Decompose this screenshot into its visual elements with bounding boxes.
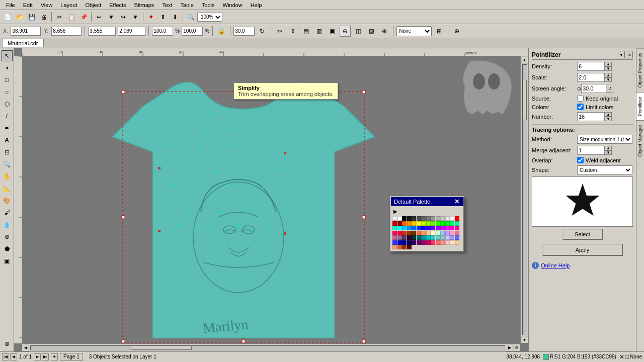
density-down[interactable]: ▼ [605,66,612,71]
color-cell[interactable] [412,226,416,230]
width-input[interactable] [88,27,116,36]
weld-adjacent-checkbox[interactable] [577,157,584,163]
transform5-button[interactable]: ◫ [353,26,364,37]
online-help-link[interactable]: Online Help [541,262,570,268]
prev-page-button[interactable]: ◀ [10,353,17,360]
transform6-button[interactable]: ▨ [366,26,377,37]
color-cell[interactable] [445,221,450,226]
add-tool-button[interactable]: ⊕ [2,338,13,349]
cut-button[interactable]: ✂ [54,12,65,23]
measure-tool[interactable]: 📐 [2,183,13,194]
transform1-button[interactable]: ▤ [300,26,311,37]
zoom-select[interactable]: 100% [197,13,222,22]
screen-angle-reset[interactable]: ↺ [606,84,613,93]
color-cell[interactable] [402,240,407,245]
select-button[interactable]: Select [562,229,603,240]
color-cell[interactable] [392,245,397,249]
color-cell[interactable] [397,240,402,245]
color-cell[interactable] [402,221,407,226]
color-cell[interactable] [421,231,426,235]
palette-close-button[interactable]: ✕ [453,198,460,205]
menu-object[interactable]: Object [81,1,105,9]
color-cell[interactable] [431,226,435,230]
scroll-down-button[interactable]: ▼ [521,336,528,343]
color-cell[interactable] [450,231,454,235]
side-tab-object-properties[interactable]: Object Properties [636,48,644,92]
crop-tool[interactable]: ⊡ [2,147,13,158]
color-cell[interactable] [421,226,426,230]
shape-select[interactable]: Custom [577,165,632,174]
menu-edit[interactable]: Edit [19,1,37,9]
method-select[interactable]: Size modulation 1 (o... [577,135,632,144]
density-up[interactable]: ▲ [605,62,612,66]
number-down[interactable]: ▼ [605,117,612,121]
zoom-tool[interactable]: 🔍 [2,159,13,170]
text-tool[interactable]: A [2,135,13,146]
export2-button[interactable]: ⬇ [170,12,181,23]
blend-tool[interactable]: ⊕ [2,231,13,242]
pick-tool[interactable]: ✦ [2,62,13,73]
color-cell[interactable] [455,231,459,235]
color-cell[interactable] [426,240,431,245]
add-page-button[interactable]: + [51,353,58,360]
rectangle-tool[interactable]: □ [2,74,13,85]
page-tab[interactable]: Page 1 [60,353,83,361]
menu-tools[interactable]: Tools [198,1,219,9]
color-cell[interactable] [417,216,421,221]
number-input[interactable] [577,112,605,121]
color-cell[interactable] [392,226,397,230]
color-cell[interactable] [421,240,426,245]
document-tab[interactable]: Mtutorial.cdr [2,39,44,47]
screen-angle-input[interactable] [581,84,606,93]
last-page-button[interactable]: ▶| [42,353,49,360]
rotate-cw-button[interactable]: ↻ [257,26,268,37]
color-cell[interactable] [407,240,412,245]
transform2-button[interactable]: ▥ [313,26,325,37]
copy-button[interactable]: 📋 [66,12,77,23]
color-cell[interactable] [436,240,440,245]
color-cell[interactable] [412,216,416,221]
color-cell[interactable] [431,235,435,240]
color-cell[interactable] [450,226,454,230]
fill-tool[interactable]: 🎨 [2,195,13,206]
vscroll-thumb[interactable] [523,80,527,120]
scale-h-input[interactable] [182,27,203,36]
color-cell[interactable] [417,235,421,240]
color-cell[interactable] [397,235,402,240]
color-cell[interactable] [417,221,421,226]
color-cell[interactable] [392,231,397,235]
color-cell[interactable] [392,240,397,245]
menu-help[interactable]: Help [247,1,266,9]
scale-w-input[interactable] [152,27,173,36]
color-cell[interactable] [445,216,450,221]
color-cell[interactable] [450,216,454,221]
color-cell[interactable] [440,226,445,230]
color-cell[interactable] [417,226,421,230]
polygon-tool[interactable]: ⬡ [2,99,13,110]
pen-tool[interactable]: ✒ [2,123,13,134]
color-cell[interactable] [450,221,454,226]
color-cell[interactable] [440,231,445,235]
redo-button[interactable]: ↪ [118,12,129,23]
color-cell[interactable] [445,235,450,240]
zoom-fit-button[interactable]: ⊞ [434,26,445,37]
screen-angle-radio[interactable]: ⊙ [577,86,581,92]
menu-layout[interactable]: Layout [56,1,81,9]
color-cell[interactable] [402,226,407,230]
palette-header[interactable]: Default Palette ✕ [391,197,463,206]
next-page-button[interactable]: ▶ [34,353,41,360]
color-cell[interactable] [412,240,416,245]
color-cell[interactable] [436,226,440,230]
scroll-thumb[interactable] [131,346,192,350]
color-cell[interactable] [431,231,435,235]
height-input[interactable] [118,27,145,36]
color-cell[interactable] [402,235,407,240]
color-cell[interactable] [407,231,412,235]
color-cell[interactable] [436,235,440,240]
color-cell[interactable] [412,221,416,226]
paste-button[interactable]: 📌 [78,12,89,23]
color-cell[interactable] [436,231,440,235]
merge-down[interactable]: ▼ [605,150,612,155]
color-cell[interactable] [426,221,431,226]
color-cell[interactable] [455,240,459,245]
